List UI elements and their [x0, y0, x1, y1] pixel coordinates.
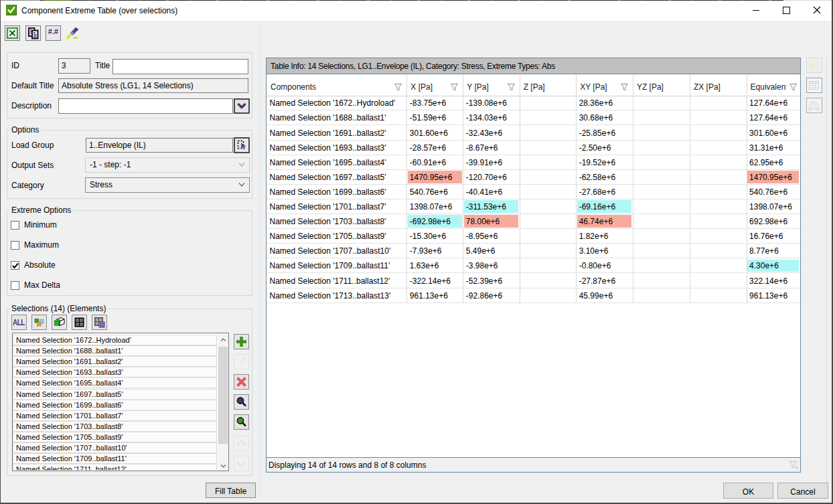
svg-text:1: 1 — [812, 62, 816, 69]
